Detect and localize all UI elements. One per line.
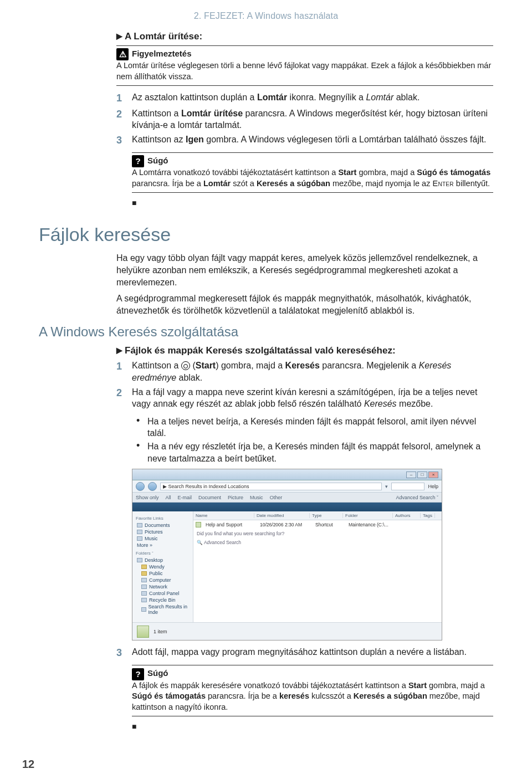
minimize-button[interactable]: – (406, 472, 416, 478)
steps-list-3: 3 Adott fájl, mappa vagy program megnyit… (116, 646, 493, 659)
status-text: 1 item (154, 629, 167, 634)
sidebar-item-music[interactable]: Music (136, 535, 190, 542)
close-button[interactable]: × (428, 472, 438, 478)
triangle-icon: ▶ (116, 346, 122, 355)
search-steps: ▶Fájlok és mappák Keresés szolgáltatássa… (116, 345, 493, 731)
step-1: 1 Az asztalon kattintson duplán a Lomtár… (116, 91, 493, 105)
steps-list-2: 1 Kattintson a (Start) gombra, majd a Ke… (116, 360, 493, 409)
sidebar-item-user[interactable]: Wendy (136, 563, 190, 570)
control-panel-icon (141, 591, 147, 596)
filter-email[interactable]: E-mail (178, 495, 192, 500)
step-text: Kattintson az Igen gombra. A Windows vég… (132, 134, 493, 147)
filter-music[interactable]: Music (250, 495, 263, 500)
chevron-down-icon[interactable]: ˇ (152, 551, 154, 556)
page-number: 12 (22, 758, 34, 771)
help-callout-1: ?Súgó A Lomtárra vonatkozó további tájék… (132, 152, 493, 193)
cell-name: Help and Support (203, 522, 258, 527)
steps-list-1: 1 Az asztalon kattintson duplán a Lomtár… (116, 91, 493, 147)
bullet-icon: • (132, 440, 147, 464)
step-number: 2 (116, 386, 132, 410)
window-controls: – □ × (406, 472, 438, 478)
col-authors[interactable]: Authors (393, 513, 421, 518)
sidebar-item-documents[interactable]: Documents (136, 522, 190, 529)
search-box[interactable] (391, 483, 424, 490)
screenshot-search-window: – □ × ▶ Search Results in Indexed Locati… (132, 469, 442, 640)
col-date[interactable]: Date modified (254, 513, 310, 518)
sidebar-item-desktop[interactable]: Desktop (136, 557, 190, 563)
bullet-icon: • (132, 416, 147, 439)
col-type[interactable]: Type (310, 513, 343, 518)
section-h1: Fájlok keresése (39, 224, 493, 245)
step-text: Kattintson a Lomtár ürítése parancsra. A… (132, 107, 493, 131)
step-text: Adott fájl, mappa vagy program megnyitás… (132, 646, 493, 659)
filter-all[interactable]: All (166, 495, 171, 500)
help-body: A Lomtárra vonatkozó további tájékoztatá… (132, 168, 490, 188)
help-icon: ? (132, 668, 144, 680)
help-callout-2: ?Súgó A fájlok és mappák keresésére vona… (132, 665, 493, 716)
warning-body: A Lomtár ürítése véglegesen törli a benn… (116, 61, 491, 81)
advanced-search-link[interactable]: Advanced Search ˇ (396, 495, 438, 500)
filter-other[interactable]: Other (270, 495, 283, 500)
cell-date: 10/26/2006 2:30 AM (258, 522, 313, 527)
step-number: 3 (116, 646, 132, 659)
bullet-text: Ha a név egy részletét írja be, a Keresé… (147, 440, 493, 464)
maximize-button[interactable]: □ (417, 472, 427, 478)
help-body: A fájlok és mappák keresésére vonatkozó … (132, 681, 485, 711)
sidebar-header: Favorite Links (136, 516, 190, 521)
filter-picture[interactable]: Picture (228, 495, 243, 500)
step-number: 1 (116, 91, 132, 105)
bullet: •Ha a teljes nevet beírja, a Keresés min… (132, 416, 493, 439)
bullet-text: Ha a teljes nevet beírja, a Keresés mind… (147, 416, 493, 439)
titlebar: – □ × (132, 469, 442, 480)
triangle-icon: ▶ (116, 32, 122, 40)
advanced-search-row[interactable]: 🔍 Advanced Search (193, 538, 442, 547)
folder-icon (141, 571, 147, 576)
result-row[interactable]: Help and Support 10/26/2006 2:30 AM Shor… (193, 520, 442, 529)
sidebar-item-recyclebin[interactable]: Recycle Bin (136, 597, 190, 603)
section-heading-recycle: ▶A Lomtár ürítése: (116, 31, 493, 42)
desktop-icon (137, 558, 142, 562)
sidebar-item-controlpanel[interactable]: Control Panel (136, 590, 190, 597)
back-button[interactable] (136, 482, 145, 491)
forward-button[interactable] (148, 482, 157, 491)
paragraph: A segédprogrammal megkeresett fájlok és … (116, 293, 493, 316)
filter-bar (132, 503, 442, 511)
page: 2. FEJEZET: A Windows használata ▶A Lomt… (0, 0, 532, 784)
sidebar-item-public[interactable]: Public (136, 570, 190, 577)
window-body: Favorite Links Documents Pictures Music … (132, 511, 442, 622)
sidebar-item-pictures[interactable]: Pictures (136, 529, 190, 535)
heading-text: A Lomtár ürítése: (125, 31, 202, 42)
folder-icon (141, 565, 147, 569)
folder-icon (137, 530, 142, 534)
start-orb-icon (181, 361, 190, 370)
cell-type: Shortcut (313, 522, 346, 527)
col-tags[interactable]: Tags (421, 513, 435, 518)
step-2: 2 Ha a fájl vagy a mappa neve szerint kí… (116, 386, 493, 410)
step-text: Ha a fájl vagy a mappa neve szerint kívá… (132, 386, 493, 410)
sidebar-item-network[interactable]: Network (136, 583, 190, 590)
bullet-list: •Ha a teljes nevet beírja, a Keresés min… (132, 416, 493, 464)
step-number: 1 (116, 360, 132, 383)
hint-row: Did you find what you were searching for… (193, 529, 442, 538)
folder-icon (137, 536, 142, 541)
folder-icon (137, 523, 142, 527)
network-icon (141, 585, 147, 589)
computer-icon (141, 578, 147, 582)
address-bar[interactable]: ▶ Search Results in Indexed Locations (160, 483, 382, 490)
chapter-title: 2. FEJEZET: A Windows használata (39, 11, 493, 21)
body-text: Ha egy vagy több olyan fájlt vagy mappát… (116, 252, 493, 316)
sidebar-item-searchresults[interactable]: Search Results in Inde (136, 603, 190, 616)
search-placeholder: Help (428, 484, 438, 489)
filter-document[interactable]: Document (198, 495, 221, 500)
col-folder[interactable]: Folder (343, 513, 393, 518)
sidebar-item-computer[interactable]: Computer (136, 577, 190, 583)
list-pane: Name Date modified Type Folder Authors T… (193, 511, 442, 622)
col-name[interactable]: Name (193, 513, 254, 518)
status-bar: 1 item (132, 622, 442, 640)
main-content: ▶A Lomtár ürítése: ⚠Figyelmeztetés A Lom… (116, 31, 493, 207)
sidebar-item-more[interactable]: More » (136, 542, 190, 549)
step-1: 1 Kattintson a (Start) gombra, majd a Ke… (116, 360, 493, 383)
recycle-bin-icon (141, 598, 147, 602)
cell-folder: Maintenance (C:\... (346, 522, 396, 527)
section-heading-search: ▶Fájlok és mappák Keresés szolgáltatássa… (116, 345, 493, 356)
